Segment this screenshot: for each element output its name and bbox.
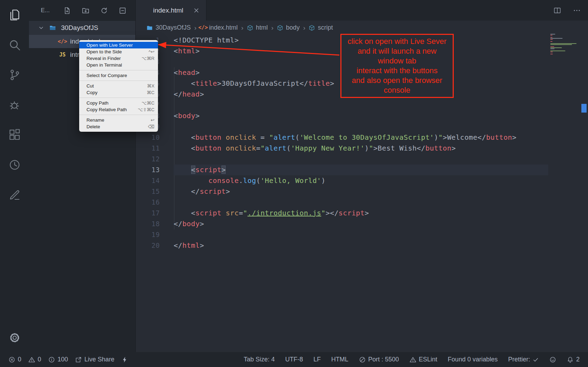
status-eslint[interactable]: ESLint xyxy=(409,356,437,363)
annotation-line: interact with the buttons xyxy=(343,66,451,76)
new-folder-icon[interactable] xyxy=(82,7,90,15)
activity-history[interactable] xyxy=(0,150,29,180)
menu-item-shortcut: ⌘C xyxy=(147,90,154,95)
minimap[interactable] xyxy=(550,34,578,55)
code-line-9: 9 xyxy=(135,121,588,132)
code-line-17: 17 <script src="./introduction.js"></scr… xyxy=(135,208,588,219)
js-file-icon: JS xyxy=(59,51,66,58)
menu-item-select-for-compare[interactable]: Select for Compare xyxy=(79,72,158,79)
new-file-icon[interactable] xyxy=(63,7,71,15)
activity-feedback[interactable] xyxy=(0,180,29,210)
breadcrumb-index-html[interactable]: </>index.html xyxy=(200,24,238,31)
activity-explorer[interactable] xyxy=(0,0,29,30)
status-language-mode[interactable]: HTML xyxy=(331,356,348,363)
port-icon xyxy=(359,356,366,363)
menu-item-rename[interactable]: Rename↩ xyxy=(79,117,158,123)
status-label: 0 xyxy=(38,356,41,363)
menu-item-open-with-live-server[interactable]: Open with Live Server xyxy=(79,42,158,48)
line-number: 16 xyxy=(135,197,160,208)
status-found-variables[interactable]: Found 0 variables xyxy=(448,356,498,363)
lightning-icon xyxy=(121,356,128,363)
line-text: </script> xyxy=(174,186,230,197)
tab-label: index.html xyxy=(153,7,183,14)
cube-icon xyxy=(277,25,283,31)
split-editor-icon[interactable] xyxy=(553,6,561,15)
breadcrumb-30DaysOfJS[interactable]: 30DaysOfJS xyxy=(146,24,191,31)
line-text: <button onclick = "alert('Welcome to 30D… xyxy=(174,132,517,143)
annotation-box: click on open with Live Severand it will… xyxy=(340,34,454,98)
status-live-server-port[interactable]: Port : 5500 xyxy=(359,356,399,363)
error-icon xyxy=(8,356,15,363)
line-text: <!DOCTYPE html> xyxy=(174,35,239,46)
activity-source-control[interactable] xyxy=(0,60,29,90)
cube-icon xyxy=(247,25,253,31)
refresh-icon[interactable] xyxy=(100,7,108,15)
bell-icon xyxy=(567,356,574,363)
line-number: 18 xyxy=(135,219,160,229)
menu-item-delete[interactable]: Delete⌫ xyxy=(79,123,158,130)
code-line-20: 20</html> xyxy=(135,240,588,251)
status-label: ESLint xyxy=(419,356,437,363)
menu-item-label: Rename xyxy=(86,117,104,123)
status-info-count[interactable]: 100 xyxy=(48,356,68,363)
breadcrumb-separator-icon: › xyxy=(194,24,196,32)
menu-item-label: Copy Path xyxy=(86,100,108,106)
breadcrumb-html[interactable]: html xyxy=(247,24,268,31)
status-live-share[interactable]: Live Share xyxy=(75,356,114,363)
menu-item-copy-relative-path[interactable]: Copy Relative Path⌥⇧⌘C xyxy=(79,106,158,113)
annotation-line: and it will launch a new xyxy=(343,46,451,56)
check-icon xyxy=(533,357,539,363)
context-menu: Open with Live ServerOpen to the Side^↩R… xyxy=(79,40,158,132)
collapse-all-icon[interactable] xyxy=(119,7,127,15)
line-text: <title>30DaysOfJavaScript</title> xyxy=(174,78,334,89)
menu-item-shortcut: ⌫ xyxy=(148,124,154,129)
breadcrumb-body[interactable]: body xyxy=(277,24,300,31)
menu-item-open-to-the-side[interactable]: Open to the Side^↩ xyxy=(79,48,158,55)
source-control-icon xyxy=(8,68,21,82)
line-text: <head> xyxy=(174,67,200,78)
status-label: Live Share xyxy=(84,356,114,363)
menu-item-cut[interactable]: Cut⌘X xyxy=(79,83,158,89)
close-tab-icon[interactable] xyxy=(193,7,200,14)
line-text: <button onclick="alert('Happy New Year!'… xyxy=(174,143,456,154)
menu-item-shortcut: ^↩ xyxy=(149,49,154,54)
status-quick-action[interactable] xyxy=(121,356,128,363)
tab-index-html[interactable]: index.html xyxy=(135,0,206,21)
line-number: 17 xyxy=(135,208,160,219)
warning-icon xyxy=(28,356,35,363)
status-encoding[interactable]: UTF-8 xyxy=(285,356,303,363)
breadcrumb-separator-icon: › xyxy=(241,24,243,32)
menu-item-copy[interactable]: Copy⌘C xyxy=(79,89,158,96)
status-feedback-smiley[interactable] xyxy=(549,356,556,363)
code-line-14: 14 console.log('Hello, World') xyxy=(135,175,588,186)
status-eol[interactable]: LF xyxy=(314,356,321,363)
activity-run-debug[interactable] xyxy=(0,90,29,120)
status-tab-size[interactable]: Tab Size: 4 xyxy=(244,356,275,363)
status-label: 2 xyxy=(576,356,580,363)
menu-item-shortcut: ⌥⇧⌘C xyxy=(138,107,154,112)
status-problems-warnings[interactable]: 0 xyxy=(28,356,41,363)
breadcrumb-label: 30DaysOfJS xyxy=(156,24,191,31)
menu-item-copy-path[interactable]: Copy Path⌥⌘C xyxy=(79,100,158,106)
warning-icon xyxy=(409,356,416,363)
breadcrumb-script[interactable]: script xyxy=(309,24,333,31)
code-line-16: 16 xyxy=(135,197,588,208)
line-text: <script src="./introduction.js"></script… xyxy=(174,208,369,219)
line-text: <html> xyxy=(174,46,200,56)
status-prettier[interactable]: Prettier: xyxy=(508,356,539,363)
menu-item-open-in-terminal[interactable]: Open in Terminal xyxy=(79,62,158,68)
search-icon xyxy=(8,38,21,52)
activity-settings[interactable] xyxy=(0,331,29,344)
activity-search[interactable] xyxy=(0,30,29,60)
code-line-11: 11 <button onclick="alert('Happy New Yea… xyxy=(135,143,588,154)
activity-extensions[interactable] xyxy=(0,120,29,150)
breadcrumb-label: index.html xyxy=(209,24,238,31)
html-file-icon: </> xyxy=(59,38,66,45)
more-actions-icon[interactable] xyxy=(573,6,581,15)
annotation-line: console xyxy=(343,85,451,95)
menu-item-reveal-in-finder[interactable]: Reveal in Finder⌥⌘R xyxy=(79,55,158,62)
status-notifications[interactable]: 2 xyxy=(567,356,580,363)
folder-row-30daysofjs[interactable]: 30DaysOfJS xyxy=(29,21,135,35)
status-problems-errors[interactable]: 0 xyxy=(8,356,21,363)
menu-item-label: Open in Terminal xyxy=(86,62,122,68)
